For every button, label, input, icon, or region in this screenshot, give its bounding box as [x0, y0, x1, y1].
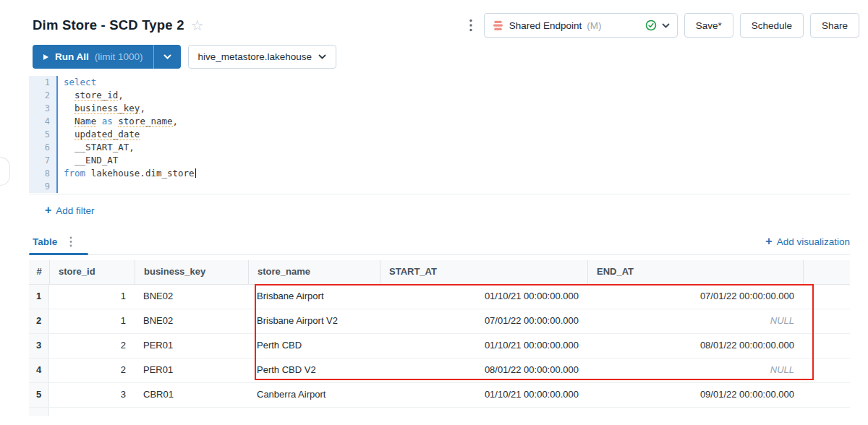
add-visualization-button[interactable]: + Add visualization [765, 236, 850, 254]
run-all-split-button: Run All (limit 1000) [33, 45, 181, 69]
code-line: 3 business_key, [29, 102, 850, 115]
code-line: 1select [29, 76, 850, 89]
row-number: 2 [29, 309, 49, 333]
save-button[interactable]: Save* [684, 13, 733, 38]
column-header[interactable]: END_AT [587, 260, 803, 284]
table-cell: 2 [49, 334, 135, 358]
schedule-button[interactable]: Schedule [740, 13, 804, 38]
table-row: 11BNE02Brisbane Airport01/10/21 00:00:00… [29, 285, 850, 309]
table-cell: PER01 [135, 334, 248, 358]
sql-warehouse-icon [492, 20, 504, 32]
text-cursor [195, 168, 197, 178]
endpoint-label: Shared Endpoint [509, 20, 582, 31]
table-cell: Perth CBD V2 [248, 359, 380, 382]
schema-label: hive_metastore.lakehouse [198, 51, 312, 62]
play-icon [43, 53, 49, 61]
table-cell: Perth CBD [248, 334, 380, 358]
column-header[interactable]: store_id [49, 260, 135, 284]
add-filter-label: Add filter [56, 205, 94, 216]
table-cell: CBR01 [135, 383, 248, 407]
run-options-dropdown[interactable] [153, 45, 181, 69]
table-cell: Brisbane Airport [248, 285, 380, 309]
row-number: 1 [29, 285, 49, 309]
table-cell: 07/01/22 00:00:00.000 [380, 309, 587, 333]
page-title: Dim Store - SCD Type 2 [33, 17, 184, 33]
column-header[interactable]: business_key [135, 260, 248, 284]
line-number: 2 [29, 89, 58, 102]
tab-table[interactable]: Table [33, 236, 82, 254]
tab-table-label: Table [33, 236, 57, 247]
line-number: 3 [29, 102, 58, 115]
row-number: 4 [29, 359, 49, 382]
table-cell [803, 383, 850, 407]
table-cell [803, 359, 850, 382]
table-cell: 08/01/22 00:00:00.000 [380, 359, 587, 382]
table-cell: NULL [587, 309, 803, 333]
table-cell [803, 334, 850, 358]
table-row: 53CBR01Canberra Airport01/10/21 00:00:00… [29, 383, 850, 408]
code-line: 5 updated_date [29, 128, 850, 141]
table-cell: 09/01/22 00:00:00.000 [587, 383, 803, 407]
panel-collapse-handle[interactable] [0, 157, 10, 186]
table-cell: NULL [587, 359, 803, 382]
line-number: 5 [29, 128, 58, 141]
table-stub-row [29, 408, 850, 416]
table-cell: 3 [49, 383, 135, 407]
tab-kebab-menu-icon[interactable] [69, 236, 72, 247]
table-row: 21BNE02Brisbane Airport V207/01/22 00:00… [29, 309, 850, 334]
run-all-button[interactable]: Run All (limit 1000) [33, 45, 153, 69]
line-number: 7 [29, 154, 58, 167]
table-cell [803, 309, 850, 333]
line-number: 6 [29, 141, 58, 154]
table-cell: Brisbane Airport V2 [248, 309, 380, 333]
results-header: #store_idbusiness_keystore_nameSTART_ATE… [29, 260, 850, 285]
code-lines: 1select2 store_id,3 business_key,4 Name … [29, 76, 850, 193]
table-cell: 01/10/21 00:00:00.000 [380, 383, 587, 407]
column-header[interactable]: START_AT [380, 260, 587, 284]
code-line: 6 __START_AT, [29, 141, 850, 154]
plus-icon: + [45, 205, 51, 216]
code-line: 4 Name as store_name, [29, 115, 850, 128]
code-line: 8from lakehouse.dim_store [29, 167, 850, 180]
results-table: #store_idbusiness_keystore_nameSTART_ATE… [29, 260, 850, 416]
row-number: 3 [29, 334, 49, 358]
table-row: 42PER01Perth CBD V208/01/22 00:00:00.000… [29, 359, 850, 383]
endpoint-size: (M) [587, 20, 601, 31]
table-cell: 1 [49, 285, 135, 309]
column-header[interactable]: store_name [248, 260, 380, 284]
table-cell: 08/01/22 00:00:00.000 [587, 334, 803, 358]
table-cell: 2 [49, 359, 135, 382]
line-number: 1 [29, 76, 58, 89]
table-cell: 07/01/22 00:00:00.000 [587, 285, 803, 309]
table-cell: Canberra Airport [248, 383, 380, 407]
add-filter-button[interactable]: + Add filter [45, 205, 95, 216]
table-row: 32PER01Perth CBD01/10/21 00:00:00.00008/… [29, 334, 850, 359]
chevron-down-icon [662, 23, 670, 28]
favorite-star-icon[interactable]: ☆ [191, 18, 204, 33]
endpoint-status-check-icon [645, 20, 657, 31]
share-button[interactable]: Share [810, 13, 859, 38]
line-number: 9 [29, 180, 58, 193]
table-cell: 01/10/21 00:00:00.000 [380, 285, 587, 309]
plus-icon: + [765, 236, 772, 247]
column-header[interactable] [803, 260, 850, 284]
table-cell: 1 [49, 309, 135, 333]
endpoint-selector[interactable]: Shared Endpoint (M) [484, 13, 678, 38]
code-line: 2 store_id, [29, 89, 850, 102]
row-number: 5 [29, 383, 49, 407]
kebab-menu-icon[interactable] [464, 17, 477, 33]
line-number: 8 [29, 167, 58, 180]
code-line: 9 [29, 180, 850, 193]
schema-selector[interactable]: hive_metastore.lakehouse [188, 45, 337, 69]
run-all-label: Run All [55, 51, 89, 62]
add-visualization-label: Add visualization [777, 236, 850, 247]
column-header[interactable]: # [29, 260, 49, 284]
top-actions: Shared Endpoint (M) Save* Schedule Share [464, 13, 859, 38]
results-tab-bar: Table + Add visualization [33, 236, 850, 255]
table-cell: BNE02 [135, 285, 248, 309]
chevron-down-icon [163, 54, 171, 59]
run-toolbar: Run All (limit 1000) hive_metastore.lake… [33, 45, 850, 69]
table-cell: PER01 [135, 359, 248, 382]
chevron-down-icon [318, 54, 326, 59]
sql-code-editor[interactable]: 1select2 store_id,3 business_key,4 Name … [29, 76, 850, 194]
